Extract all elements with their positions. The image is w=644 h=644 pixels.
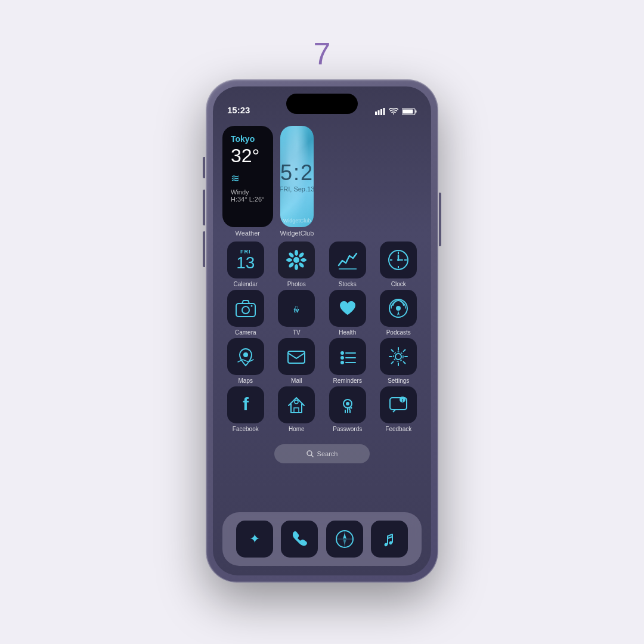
app-item-reminders[interactable]: Reminders <box>324 338 371 384</box>
app-name-feedback: Feedback <box>385 426 411 432</box>
svg-point-31 <box>243 352 248 357</box>
svg-rect-2 <box>380 109 382 115</box>
app-item-tv[interactable]:  tv TV <box>274 290 320 336</box>
stocks-svg <box>336 249 359 271</box>
svg-point-9 <box>298 252 305 258</box>
dock-item-appstore[interactable]: ✦ <box>236 521 273 558</box>
svg-point-30 <box>396 306 401 311</box>
calendar-icon: FRI 13 <box>227 242 264 278</box>
mute-button <box>203 157 205 178</box>
home-icon <box>278 386 315 423</box>
svg-text:!: ! <box>402 398 404 403</box>
app-item-passwords[interactable]: Passwords <box>324 386 371 432</box>
dynamic-island <box>286 94 358 114</box>
svg-point-7 <box>293 257 299 263</box>
app-item-mail[interactable]: Mail <box>274 338 320 384</box>
camera-icon <box>227 290 264 327</box>
reminders-svg <box>336 345 359 368</box>
volume-up-button <box>203 190 205 225</box>
settings-svg <box>387 345 410 368</box>
maps-svg <box>234 345 257 368</box>
photos-svg <box>286 249 307 271</box>
dock-item-safari[interactable] <box>326 521 363 558</box>
svg-text:f: f <box>243 394 249 414</box>
app-item-home[interactable]: Home <box>274 386 320 432</box>
svg-point-13 <box>288 262 295 268</box>
clock-svg <box>386 248 410 272</box>
svg-rect-6 <box>403 110 413 114</box>
status-time: 15:23 <box>227 105 250 115</box>
svg-point-35 <box>340 356 344 360</box>
app-item-photos[interactable]: Photos <box>274 242 320 287</box>
phone-shell: 15:23 <box>206 79 438 583</box>
svg-point-45 <box>346 402 349 405</box>
status-icons <box>375 108 417 115</box>
phone-dock-icon <box>281 521 318 558</box>
appstore-svg: ✦ <box>243 528 266 550</box>
search-icon <box>306 450 314 457</box>
facebook-svg: f <box>234 394 257 416</box>
app-item-camera[interactable]: Camera <box>222 290 269 336</box>
app-name-tv: TV <box>293 329 301 336</box>
page-number: 7 <box>314 36 331 72</box>
weather-temp: 32° <box>231 145 265 167</box>
photos-icon <box>278 242 315 278</box>
app-item-stocks[interactable]: Stocks <box>324 242 371 287</box>
volume-down-button <box>203 231 205 267</box>
svg-point-12 <box>295 264 298 270</box>
app-item-settings[interactable]: Settings <box>376 338 422 384</box>
weather-widget[interactable]: Tokyo 32° ≋ Windy H:34° L:26° Weather <box>222 126 273 237</box>
svg-point-8 <box>295 250 298 256</box>
app-name-maps: Maps <box>239 377 253 384</box>
screen-content: Tokyo 32° ≋ Windy H:34° L:26° Weather <box>213 119 431 575</box>
app-name-health: Health <box>339 329 356 336</box>
dock-item-phone[interactable] <box>281 521 318 558</box>
reminders-icon <box>329 338 366 375</box>
svg-point-25 <box>242 306 249 314</box>
feedback-svg: ! <box>387 394 410 416</box>
app-grid: FRI 13 Calendar <box>222 242 422 432</box>
svg-point-14 <box>286 258 292 262</box>
clock-widget[interactable]: 15:23 FRI, Sep.13 WidgetClub WidgetClub <box>280 126 314 237</box>
svg-point-43 <box>295 400 298 404</box>
app-item-clock[interactable]: Clock <box>376 242 422 287</box>
clock-widget-time: 15:23 <box>280 160 314 185</box>
appstore-dock-icon: ✦ <box>236 521 273 558</box>
search-bar[interactable]: Search <box>274 444 370 463</box>
widgetclub-label: WidgetClub <box>280 218 314 224</box>
app-item-facebook[interactable]: f Facebook <box>222 386 269 432</box>
svg-rect-0 <box>375 112 377 115</box>
app-item-podcasts[interactable]: Podcasts <box>376 290 422 336</box>
battery-icon <box>402 108 417 115</box>
app-name-photos: Photos <box>287 281 306 287</box>
health-svg <box>336 297 359 320</box>
signal-icon <box>375 108 385 115</box>
app-name-mail: Mail <box>291 377 302 384</box>
health-icon <box>329 290 366 327</box>
wifi-icon <box>389 108 398 115</box>
stocks-icon <box>329 242 366 278</box>
svg-rect-32 <box>288 351 305 363</box>
app-name-settings: Settings <box>388 377 409 384</box>
svg-text:tv: tv <box>294 307 299 314</box>
feedback-icon: ! <box>380 386 417 423</box>
svg-point-37 <box>340 361 344 364</box>
passwords-svg <box>336 394 359 416</box>
app-item-calendar[interactable]: FRI 13 Calendar <box>222 242 269 287</box>
phone-device: 15:23 <box>206 79 438 583</box>
podcasts-svg <box>387 297 410 320</box>
app-name-stocks: Stocks <box>339 281 357 287</box>
svg-point-11 <box>298 262 305 268</box>
mail-svg <box>285 345 308 368</box>
dock: ✦ <box>222 512 422 566</box>
app-item-feedback[interactable]: ! Feedback <box>376 386 422 432</box>
app-item-health[interactable]: Health <box>324 290 371 336</box>
dock-item-music[interactable] <box>371 521 408 558</box>
svg-point-23 <box>397 259 400 261</box>
app-name-camera: Camera <box>235 329 256 336</box>
app-item-maps[interactable]: Maps <box>222 338 269 384</box>
weather-high-low: H:34° L:26° <box>231 196 265 203</box>
svg-point-33 <box>340 351 344 355</box>
svg-point-10 <box>301 258 306 262</box>
svg-line-61 <box>388 537 392 538</box>
